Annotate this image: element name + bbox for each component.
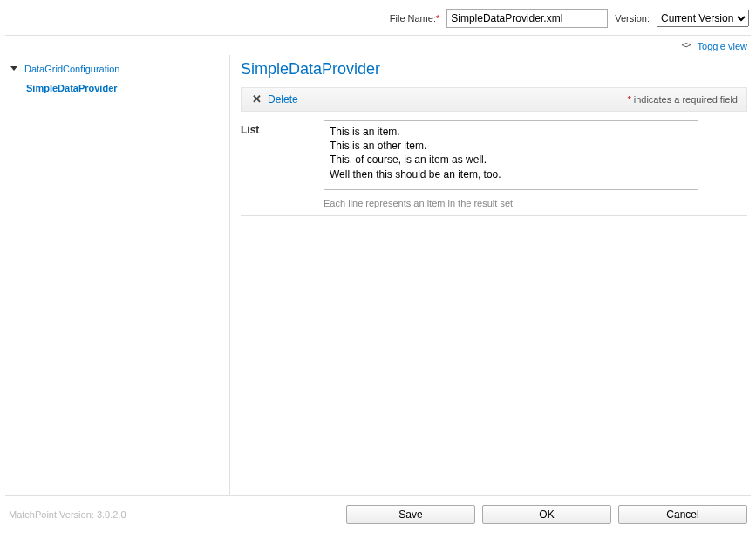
ok-button[interactable]: OK	[482, 505, 611, 524]
version-select[interactable]: Current Version	[657, 10, 749, 27]
delete-icon: ✕	[250, 93, 262, 106]
list-label: List	[241, 120, 324, 208]
list-field-cell: Each line represents an item in the resu…	[324, 120, 747, 208]
footer-version: MatchPoint Version: 3.0.2.0	[9, 509, 126, 520]
filename-label: File Name:*	[390, 13, 439, 24]
main-panel: SimpleDataProvider ✕ Delete * indicates …	[230, 55, 756, 495]
required-star-icon: *	[627, 94, 630, 105]
required-star-icon: *	[436, 13, 439, 24]
info-bar: ✕ Delete * indicates a required field	[241, 87, 747, 112]
tree-child-simpledataprovider[interactable]: SimpleDataProvider	[26, 83, 221, 93]
list-textarea[interactable]	[324, 120, 698, 190]
tree-expand-icon	[10, 66, 17, 71]
filename-input[interactable]	[446, 9, 608, 28]
sidebar: DataGridConfiguration SimpleDataProvider	[0, 55, 230, 495]
footer-buttons: Save OK Cancel	[346, 505, 747, 524]
delete-link[interactable]: Delete	[268, 93, 298, 106]
infobar-left: ✕ Delete	[250, 93, 298, 106]
toggle-view-link[interactable]: Toggle view	[698, 41, 747, 51]
save-button[interactable]: Save	[346, 505, 475, 524]
list-field-row: List Each line represents an item in the…	[241, 112, 747, 216]
body: DataGridConfiguration SimpleDataProvider…	[0, 55, 756, 495]
list-hint: Each line represents an item in the resu…	[324, 198, 747, 208]
version-label: Version:	[615, 13, 650, 24]
tree-root-datagridconfiguration[interactable]: DataGridConfiguration	[10, 64, 221, 74]
page-title: SimpleDataProvider	[241, 55, 747, 87]
tree-root-label: DataGridConfiguration	[24, 64, 119, 74]
header-bar: File Name:* Version: Current Version	[0, 0, 756, 35]
cancel-button[interactable]: Cancel	[618, 505, 747, 524]
code-toggle-icon	[682, 41, 694, 51]
footer: MatchPoint Version: 3.0.2.0 Save OK Canc…	[5, 495, 751, 524]
toggle-row: Toggle view	[0, 36, 756, 55]
required-note: * indicates a required field	[627, 94, 738, 105]
